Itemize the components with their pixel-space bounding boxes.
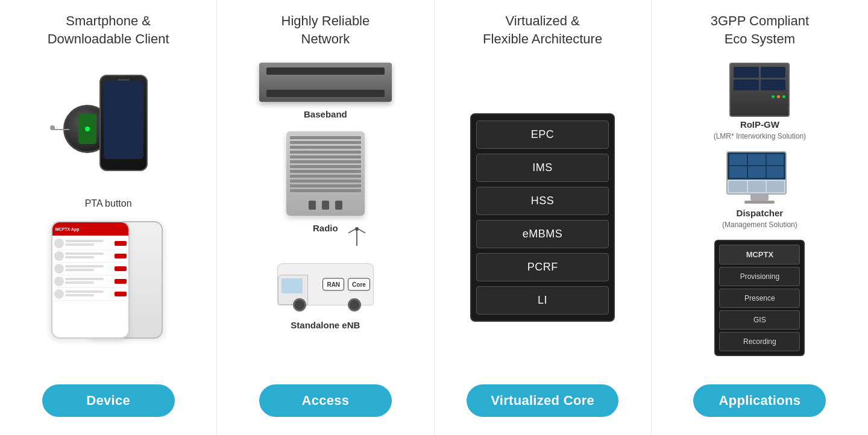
monitor-stand	[750, 195, 769, 201]
radio-fin	[290, 189, 361, 192]
core-block-hss: HSS	[476, 187, 609, 215]
monitor-bottom-bar	[728, 180, 785, 194]
van-ran-label: RAN	[322, 278, 344, 291]
monitor-base	[744, 201, 775, 204]
roip-light-green2	[782, 95, 785, 98]
roip-panel-cell	[761, 80, 786, 90]
device-title-line1: Smartphone &	[66, 13, 151, 28]
radio-group: Radio	[286, 131, 365, 233]
radio-fin	[290, 184, 361, 187]
screenshot-btn-red	[115, 241, 127, 246]
access-column-content: Baseband	[229, 57, 421, 372]
radio-fin	[290, 146, 361, 149]
screenshot-line	[65, 269, 94, 271]
dispatcher-title: Dispatcher	[737, 208, 784, 218]
screenshot-text-lines	[65, 278, 113, 285]
monitor-cell	[767, 166, 784, 177]
device-phone-group	[48, 63, 169, 183]
roip-panel	[731, 64, 788, 93]
applications-column-footer: Applications	[693, 372, 826, 417]
access-column: Highly Reliable Network Baseband	[217, 0, 434, 435]
screenshot-text-lines	[65, 265, 113, 272]
radio-fin	[290, 141, 361, 144]
monitor-cell	[729, 166, 747, 177]
screenshot-line	[65, 290, 104, 293]
core-block-ims: IMS	[476, 154, 609, 182]
applications-column-content: RoIP-GW (LMR* Interworking Solution)	[664, 57, 856, 372]
device-column: Smartphone & Downloadable Client	[0, 0, 217, 435]
screenshot-row	[54, 275, 127, 288]
core-pill-button[interactable]: Virtualized Core	[467, 384, 618, 417]
enb-group: RAN Core Standalone eNB	[271, 245, 380, 330]
screenshot-row	[54, 263, 127, 275]
radio-fin	[290, 151, 361, 154]
monitor-cell	[729, 154, 747, 165]
phone-screen	[104, 81, 143, 159]
core-column-footer: Virtualized Core	[467, 372, 618, 417]
van-antenna	[355, 227, 359, 246]
baseband-ports-top	[266, 67, 385, 75]
access-pill-button[interactable]: Access	[259, 384, 392, 417]
screenshot-line	[65, 294, 94, 296]
screenshot-avatar	[54, 277, 64, 286]
device-column-title: Smartphone & Downloadable Client	[42, 0, 175, 57]
mcptx-block-provisioning: Provisioning	[719, 267, 800, 286]
screenshot-front: MCPTX App	[51, 221, 130, 339]
core-block-epc: EPC	[476, 120, 609, 149]
screenshot-line	[65, 252, 104, 255]
radio-fin	[290, 180, 361, 183]
screenshot-avatar	[54, 251, 64, 261]
radio-fin	[290, 160, 361, 163]
core-stack: EPC IMS HSS eMBMS PCRF LI	[470, 113, 615, 322]
radio-fin	[290, 165, 361, 168]
core-title-line2: Flexible Architecture	[483, 31, 602, 46]
screenshot-avatar	[54, 264, 64, 274]
screenshot-line	[65, 256, 94, 258]
monitor-screen	[726, 151, 787, 195]
van-window	[281, 278, 303, 293]
mcptx-stack: MCPTX Provisioning Presence GIS Recordin…	[714, 240, 805, 356]
connector-dot	[50, 125, 55, 130]
monitor-cell	[748, 154, 766, 165]
dispatcher-subtitle: (Management Solution)	[722, 221, 797, 229]
van-labels: RAN Core	[322, 278, 370, 291]
core-block-li: LI	[476, 286, 609, 315]
roip-subtitle: (LMR* Interworking Solution)	[714, 132, 806, 140]
roip-panel-cell	[734, 80, 759, 90]
screenshot-row	[54, 237, 127, 250]
roip-panel-cell	[734, 67, 759, 78]
screenshot-btn-red	[115, 266, 127, 271]
applications-pill-button[interactable]: Applications	[693, 384, 826, 417]
dispatcher-group: Dispatcher (Management Solution)	[722, 151, 797, 229]
mcptx-stack-group: MCPTX Provisioning Presence GIS Recordin…	[714, 240, 805, 356]
screenshot-line	[65, 265, 104, 268]
phone-camera-line	[118, 79, 130, 81]
ptt-light	[85, 127, 90, 131]
van-body: RAN Core	[277, 263, 374, 305]
roip-panel-cell	[761, 67, 786, 78]
dispatcher-monitor	[726, 151, 793, 205]
mcptx-block-recording: Recording	[719, 332, 800, 351]
device-title-line2: Downloadable Client	[48, 31, 169, 46]
screenshot-btn-red	[115, 254, 127, 258]
radio-ports	[286, 201, 365, 210]
core-title-line1: Virtualized &	[506, 13, 580, 28]
screenshot-btn-red	[115, 279, 127, 284]
radio-port	[309, 201, 316, 210]
monitor-cell	[767, 154, 784, 165]
baseband-group: Baseband	[259, 63, 392, 119]
mcptx-block-presence: Presence	[719, 289, 800, 308]
access-title-line2: Network	[301, 31, 350, 46]
app-images-section: RoIP-GW (LMR* Interworking Solution)	[664, 63, 856, 356]
screenshot-text-lines	[65, 290, 113, 298]
monitor-bar-item	[729, 181, 746, 193]
van-core-label: Core	[348, 278, 370, 291]
roip-title: RoIP-GW	[740, 119, 779, 130]
baseband-ports-bottom	[266, 90, 385, 97]
screenshot-text-lines	[65, 240, 113, 247]
applications-title-line2: Eco System	[725, 31, 795, 46]
screenshot-line	[65, 243, 94, 246]
device-column-content: PTA button MCPTX App	[12, 57, 204, 372]
access-column-footer: Access	[259, 372, 392, 417]
device-pill-button[interactable]: Device	[42, 384, 175, 417]
